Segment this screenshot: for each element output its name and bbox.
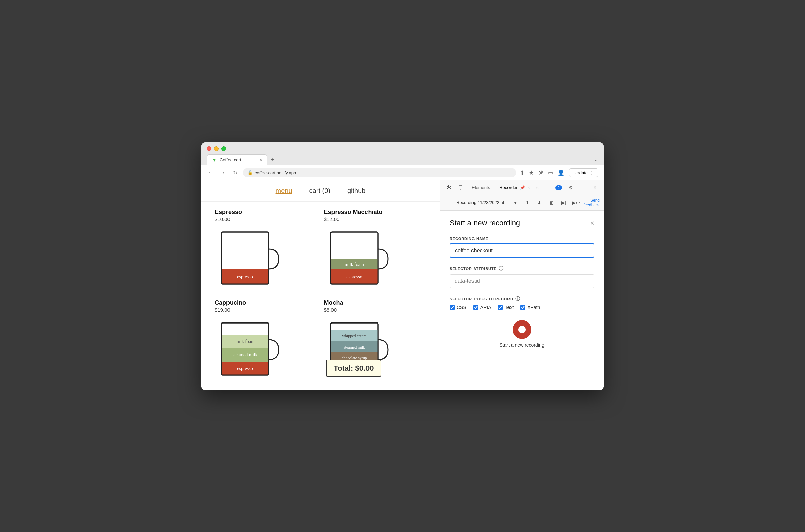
recording-dialog: Start a new recording × RECORDING NAME S… [440,210,604,390]
checkbox-xpath-input[interactable] [520,305,525,310]
checkbox-xpath[interactable]: XPath [520,305,540,310]
recording-export-button[interactable]: ⬆ [523,198,532,208]
address-bar: ← → ↻ 🔒 coffee-cart.netlify.app ⬆ ★ ⚒ ▭ … [201,166,604,180]
selector-types-help-icon[interactable]: ⓘ [515,296,520,302]
selector-attribute-section: SELECTOR ATTRIBUTE ⓘ [450,266,594,288]
devtools-close-button[interactable]: × [590,183,600,192]
forward-button[interactable]: → [219,170,227,175]
maximize-window-button[interactable] [221,146,226,151]
title-bar: ▼ Coffee cart × + ⌄ [201,142,604,166]
devtools-right-icons: 2 ⚙ ⋮ × [555,183,600,192]
add-recording-button[interactable]: + [444,198,454,208]
coffee-item-espresso: Espresso $10.00 espresso [215,209,317,292]
tabs-row: ▼ Coffee cart × + ⌄ [207,154,598,166]
devtools-inspector-icon[interactable] [444,183,454,192]
dialog-close-button[interactable]: × [590,219,594,227]
checkbox-aria-input[interactable] [473,305,478,310]
update-button[interactable]: Update ⋮ [569,169,598,177]
close-window-button[interactable] [207,146,211,151]
coffee-price-mocha: $8.00 [324,307,427,313]
url-display: coffee-cart.netlify.app [255,170,511,175]
recording-step-button[interactable]: ▶↩ [571,198,581,208]
start-recording-section: Start a new recording [450,320,594,348]
devtools-toolbar: Elements Recorder 📌 × » 2 ⚙ ⋮ × [440,180,604,195]
recording-delete-button[interactable]: 🗑 [547,198,556,208]
recording-name-label: RECORDING NAME [450,237,594,241]
coffee-grid: Espresso $10.00 espresso [201,202,440,390]
recording-name-section: RECORDING NAME [450,237,594,258]
coffee-price-macchiato: $12.00 [324,216,427,222]
minimize-window-button[interactable] [214,146,219,151]
coffee-item-macchiato: Espresso Macchiato $12.00 espresso milk … [324,209,427,292]
devtools-tab-recorder[interactable]: Recorder 📌 × [496,184,533,191]
playwright-icon: ▼ [212,157,217,163]
address-input[interactable]: 🔒 coffee-cart.netlify.app [243,168,516,177]
extension-icon[interactable]: ⚒ [538,170,543,176]
recorder-toolbar: + Recording 11/23/2022 at : ▼ ⬆ ⬇ 🗑 ▶| ▶… [440,195,604,211]
start-recording-button[interactable] [513,320,531,339]
nav-menu[interactable]: menu [276,187,292,195]
devtools-panel: Elements Recorder 📌 × » 2 ⚙ ⋮ × + Record… [440,180,604,390]
toolbar-icons: ⬆ ★ ⚒ ▭ 👤 Update ⋮ [520,169,598,177]
recorder-close-icon[interactable]: × [528,185,530,190]
browser-tab-active[interactable]: ▼ Coffee cart × [207,154,267,166]
coffee-cup-espresso[interactable]: espresso [215,225,282,292]
selector-attribute-input[interactable] [450,274,594,288]
profile-icon[interactable]: 👤 [557,170,564,176]
coffee-name-espresso: Espresso [215,209,317,215]
checkbox-aria[interactable]: ARIA [473,305,491,310]
bookmark-icon[interactable]: ★ [529,170,534,176]
coffee-name-cappucino: Cappucino [215,299,317,306]
tab-title: Coffee cart [220,157,257,163]
nav-github[interactable]: github [347,187,366,195]
devtools-more-tabs[interactable]: » [536,185,539,190]
devtools-tab-elements[interactable]: Elements [469,184,493,191]
recording-download-button[interactable]: ⬇ [535,198,544,208]
selector-types-checkboxes: CSS ARIA Text XPath [450,305,594,310]
reload-button[interactable]: ↻ [231,170,239,176]
selector-types-section: SELECTOR TYPES TO RECORD ⓘ CSS ARIA [450,296,594,310]
sidebar-icon[interactable]: ▭ [548,170,553,176]
devtools-device-icon[interactable] [456,183,466,192]
selector-attribute-label: SELECTOR ATTRIBUTE ⓘ [450,266,594,272]
nav-cart[interactable]: cart (0) [309,187,330,195]
recording-dropdown-button[interactable]: ▼ [511,198,520,208]
coffee-cup-macchiato[interactable]: espresso milk foam [324,225,391,292]
selector-attribute-help-icon[interactable]: ⓘ [499,266,504,272]
svg-rect-29 [460,189,461,190]
checkbox-xpath-label: XPath [527,305,540,310]
svg-text:milk foam: milk foam [235,339,255,344]
update-menu-icon: ⋮ [590,170,594,175]
coffee-cup-mocha[interactable]: espresso chocolate syrup steamed milk wh… [324,316,391,383]
back-button[interactable]: ← [207,170,215,175]
tab-close-button[interactable]: × [260,158,262,163]
devtools-menu-icon[interactable]: ⋮ [578,183,588,192]
recording-name-input[interactable] [450,244,594,258]
checkbox-text[interactable]: Text [498,305,514,310]
new-tab-button[interactable]: + [267,155,277,165]
recording-play-button[interactable]: ▶| [559,198,568,208]
recorder-pinned-icon: 📌 [520,185,525,190]
coffee-cup-cappucino[interactable]: espresso steamed milk milk foam [215,316,282,383]
share-icon[interactable]: ⬆ [520,170,524,176]
devtools-badge: 2 [555,185,562,190]
start-recording-label: Start a new recording [499,342,544,348]
dialog-title: Start a new recording [450,218,520,227]
send-feedback-link[interactable]: Sendfeedback [583,198,600,208]
devtools-settings-icon[interactable]: ⚙ [566,183,575,192]
window-chevron[interactable]: ⌄ [594,157,598,163]
tab-favicon: ▼ [212,157,217,163]
svg-text:whipped cream: whipped cream [342,334,367,338]
coffee-item-mocha: Mocha $8.00 espresso chocolate syrup [324,299,427,383]
checkbox-text-input[interactable] [498,305,503,310]
svg-text:steamed milk: steamed milk [232,353,257,358]
coffee-price-cappucino: $19.00 [215,307,317,313]
checkbox-css-input[interactable] [450,305,455,310]
svg-text:milk foam: milk foam [345,262,364,267]
svg-text:espresso: espresso [346,274,362,280]
checkbox-css[interactable]: CSS [450,305,466,310]
lock-icon: 🔒 [248,170,253,175]
total-badge: Total: $0.00 [326,360,381,377]
main-content: menu cart (0) github Espresso $10.00 [201,180,604,390]
traffic-lights [207,146,598,151]
